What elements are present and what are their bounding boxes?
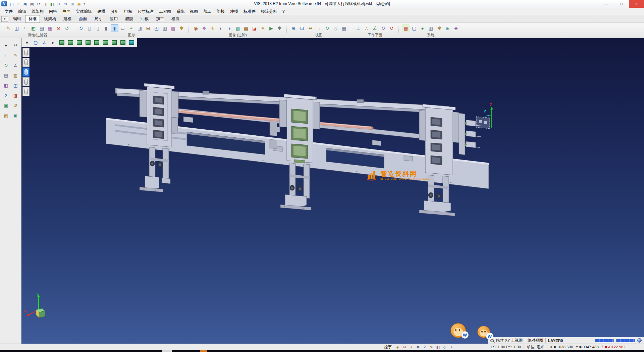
view-mode-label[interactable]: 绝对视图 xyxy=(528,338,543,343)
help-info-icon[interactable]: ◉ xyxy=(76,1,82,7)
view-shaded-button[interactable] xyxy=(127,39,136,46)
attribute-edit-icon[interactable]: ✎ xyxy=(4,24,12,32)
workplane-standard-icon[interactable]: ⊥ xyxy=(354,24,362,32)
redo-icon[interactable]: ↻ xyxy=(62,1,69,7)
active-layer-label[interactable]: LAYER0 xyxy=(548,339,563,343)
windows-taskbar[interactable] xyxy=(0,350,644,352)
view-right-button[interactable] xyxy=(119,39,127,46)
minimize-button[interactable]: — xyxy=(599,0,614,8)
grid-settings-icon[interactable]: ⊞ xyxy=(444,24,451,32)
edit-element-icon[interactable]: ✎ xyxy=(12,51,19,59)
drawing-menu[interactable]: 工程图 xyxy=(156,8,174,15)
display-settings-icon[interactable]: ▢ xyxy=(410,24,418,32)
die-tab[interactable]: 冲模 xyxy=(137,15,152,23)
snap-2d-icon[interactable]: 2 xyxy=(422,344,427,350)
print-icon[interactable]: ▤ xyxy=(29,1,35,7)
lights-icon[interactable]: ☀ xyxy=(209,24,216,32)
dimensioning-menu[interactable]: 尺寸标注 xyxy=(135,8,156,15)
print-view-icon[interactable]: ▤ xyxy=(2,72,10,79)
edit-menu[interactable]: 编辑 xyxy=(15,8,29,15)
animation-icon[interactable]: ▶ xyxy=(267,24,275,32)
reflections-icon[interactable]: ◑ xyxy=(225,24,233,32)
maximize-button[interactable]: □ xyxy=(614,0,629,8)
analysis-menu[interactable]: 分析 xyxy=(108,8,121,15)
view-menu-button[interactable]: ≡ xyxy=(23,39,31,46)
cut-icon[interactable]: ✂ xyxy=(36,1,42,7)
surface-menu[interactable]: 曲面 xyxy=(60,8,73,15)
box-display-icon[interactable]: ⊞ xyxy=(144,24,152,32)
view-top-button[interactable] xyxy=(75,39,84,46)
background-env-icon[interactable]: ▨ xyxy=(234,24,241,32)
modeling-menu[interactable]: 建模 xyxy=(95,8,108,15)
surface-tab[interactable]: 曲面 xyxy=(75,15,90,23)
undo-icon[interactable]: ↺ xyxy=(56,1,62,7)
view-bottom-button[interactable] xyxy=(84,39,92,46)
modeling-tab[interactable]: 建模 xyxy=(60,15,75,23)
selection-filter-1-button[interactable] xyxy=(22,48,30,57)
undo-step-icon[interactable]: ↺ xyxy=(12,102,19,109)
notes-icon[interactable]: ▥ xyxy=(12,72,19,79)
filter-layer-icon[interactable]: ▤ xyxy=(38,24,46,32)
dynamic-rotation-icon[interactable]: ◓ xyxy=(127,24,135,32)
materials-icon[interactable]: ❖ xyxy=(200,24,208,32)
view-list-icon[interactable]: ▥ xyxy=(161,24,169,32)
wireframe-display-icon[interactable]: ▯ xyxy=(86,24,93,32)
paste-icon[interactable]: ◧ xyxy=(49,1,55,7)
cut-element-icon[interactable]: ✂ xyxy=(12,41,19,49)
workplane-reset-icon[interactable]: ↺ xyxy=(388,24,395,32)
snap-palette-icon[interactable]: ◧ xyxy=(435,344,441,350)
view-pointer-button[interactable]: ▸ xyxy=(49,39,57,46)
dimension-tab[interactable]: 尺寸 xyxy=(91,15,106,23)
mold-menu[interactable]: 塑模 xyxy=(214,8,227,15)
solid-box-icon[interactable]: ▣ xyxy=(2,102,10,109)
render-icon[interactable]: ◉ xyxy=(192,24,200,32)
shaded-display-icon[interactable]: ▮ xyxy=(102,24,110,32)
grid-toggle-icon[interactable]: ⊞ xyxy=(69,1,75,7)
attribute-copy-icon[interactable]: ◫ xyxy=(13,24,20,32)
viewport-3d[interactable]: ≡▢∠▸ 智造资料网 INTELLIGENT MANUFACTURING DAT… xyxy=(21,38,644,344)
selection-filter-3-button[interactable] xyxy=(22,68,30,77)
two-d-view-icon[interactable]: 2 xyxy=(2,92,10,99)
workplane-rotate-icon[interactable]: ↻ xyxy=(379,24,387,32)
workplane-3points-icon[interactable]: ∴ xyxy=(363,24,370,32)
pan-icon[interactable]: ↔ xyxy=(315,24,323,32)
application-tab[interactable]: 应用 xyxy=(106,15,121,23)
save-file-icon[interactable]: ▣ xyxy=(22,1,29,7)
clipboard-icon[interactable]: ◫ xyxy=(12,82,19,89)
copy-icon[interactable]: ◫ xyxy=(42,1,49,7)
erase-icon[interactable]: ◨ xyxy=(12,92,19,99)
photo-render-icon[interactable]: ✶ xyxy=(259,24,267,32)
help-menu[interactable]: ? xyxy=(280,8,287,14)
redraw-icon[interactable]: ↻ xyxy=(77,24,85,32)
snap-mode-label[interactable]: 控宇 xyxy=(384,345,392,350)
selection-filter-4-button[interactable] xyxy=(22,77,30,86)
view-iso-back-button[interactable] xyxy=(66,39,75,46)
view-orientation-icon[interactable]: ◇ xyxy=(332,24,339,32)
cad-model[interactable] xyxy=(102,77,494,218)
display-options-icon[interactable]: ✱ xyxy=(178,24,185,32)
zoom-all-icon[interactable]: ⊕ xyxy=(290,24,298,32)
new-file-icon[interactable]: ▢ xyxy=(9,1,15,7)
standard-tab[interactable]: 标准 xyxy=(25,15,40,23)
system-info-icon[interactable]: ● xyxy=(419,24,426,32)
render-settings-icon[interactable]: ✱ xyxy=(276,24,283,32)
machining-menu[interactable]: 加工 xyxy=(201,8,214,15)
view-left-button[interactable] xyxy=(110,39,118,46)
capture-image-icon[interactable]: ▧ xyxy=(169,24,177,32)
snap-disable-icon[interactable]: ⊘ xyxy=(402,344,407,350)
machining-tab[interactable]: 加工 xyxy=(153,15,167,23)
shaded-edges-display-icon[interactable]: ▮ xyxy=(111,24,118,32)
die-menu[interactable]: 冲模 xyxy=(227,8,241,15)
rotate-view-icon[interactable]: ↻ xyxy=(323,24,331,32)
standard-parts-menu[interactable]: 标准件 xyxy=(241,8,258,15)
close-button[interactable]: × xyxy=(629,0,644,8)
view-window-button[interactable]: ▢ xyxy=(32,39,40,46)
taskbar-item[interactable] xyxy=(200,350,207,352)
snap-settings-icon[interactable]: ✱ xyxy=(435,24,443,32)
filter-reset-icon[interactable]: ↺ xyxy=(63,24,71,32)
taskbar-item[interactable] xyxy=(162,350,172,352)
current-view-label[interactable]: 绝对 XY 上视图 xyxy=(496,338,523,343)
view-back-button[interactable] xyxy=(101,39,110,46)
view-menu[interactable]: 视图 xyxy=(187,8,201,15)
mesh-menu[interactable]: 网格 xyxy=(46,8,60,15)
